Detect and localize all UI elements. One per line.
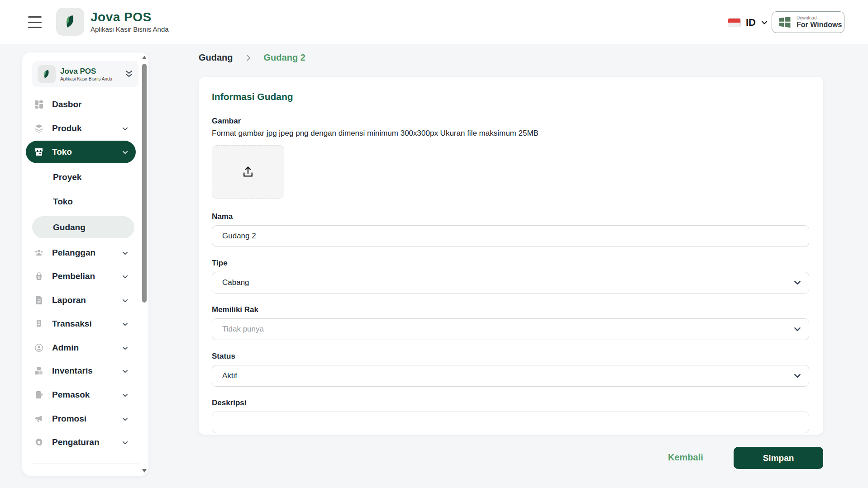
sidebar-item-label: Proyek [53,172,81,182]
tipe-selected-value: Cabang [222,278,249,287]
report-document-icon [34,296,44,305]
sidebar-brand-card: Jova POS Aplikasi Kasir Bisnis Anda [32,61,138,87]
inventory-boxes-icon [34,366,44,375]
sidebar-item-promosi[interactable]: Promosi [26,407,136,430]
sidebar-item-label: Admin [52,343,79,353]
product-layers-icon [34,124,44,133]
sidebar-item-label: Toko [52,147,72,157]
sidebar-item-label: Pembelian [52,271,95,281]
customers-icon [34,248,44,257]
supplier-clipboard-icon [34,390,44,399]
brand-tagline: Aplikasi Kasir Bisnis Anda [91,25,169,33]
windows-logo-icon [778,15,792,29]
gudang-form-card: Informasi Gudang Gambar Format gambar jp… [199,77,823,435]
purchase-bag-icon: $ [34,272,44,281]
sidebar-item-pelanggan[interactable]: Pelanggan [26,242,136,264]
gambar-label: Gambar [212,117,810,126]
breadcrumb: Gudang Gudang 2 [199,52,305,63]
status-label: Status [212,352,810,361]
gambar-hint: Format gambar jpg jpeg png dengan dimens… [212,129,810,138]
sidebar-item-label: Transaksi [52,319,92,329]
sidebar-item-label: Pelanggan [52,248,95,258]
sidebar-item-proyek[interactable]: Proyek [26,166,136,189]
sidebar-item-dasbor[interactable]: Dasbor [26,93,136,116]
scrollbar-down-arrow[interactable] [142,469,147,473]
indonesia-flag-icon [728,18,741,27]
memiliki-rak-selected-value: Tidak punya [222,325,264,334]
download-label: For Windows [796,21,842,29]
image-upload-dropzone[interactable] [212,145,284,199]
sidebar-item-label: Laporan [52,295,86,305]
settings-gear-icon [34,438,44,447]
chevron-down-icon [122,273,129,280]
tipe-select[interactable]: Cabang [212,272,809,294]
chevron-down-icon [793,325,801,336]
scrollbar-up-arrow[interactable] [142,56,147,59]
sidebar-item-label: Pengaturan [52,437,100,447]
chevron-down-icon [122,416,129,422]
sidebar-divider [32,464,138,464]
sidebar-item-label: Produk [52,123,81,133]
store-icon [34,147,44,156]
sidebar-item-label: Pemasok [52,390,90,400]
sidebar-item-gudang[interactable]: Gudang [32,216,134,238]
breadcrumb-parent[interactable]: Gudang [199,52,233,63]
sidebar-item-toko-sub[interactable]: Toko [26,190,136,213]
chevron-down-icon [761,19,768,26]
sidebar-item-label: Gudang [53,223,86,232]
chevron-down-icon [122,392,129,398]
sidebar-item-pembelian[interactable]: $ Pembelian [26,265,136,288]
breadcrumb-current[interactable]: Gudang 2 [264,52,305,63]
tipe-label: Tipe [212,259,810,268]
chevron-down-icon [122,345,129,351]
promo-megaphone-icon [34,414,44,423]
download-small-label: Download [796,15,842,20]
sidebar-item-produk[interactable]: Produk [26,117,136,140]
sidebar-brand-name: Jova POS [60,67,112,76]
sidebar-item-label: Toko [53,197,73,207]
sidebar-item-label: Promosi [52,414,86,424]
brand-name: Jova POS [91,10,169,24]
sidebar-item-label: Dasbor [52,99,81,109]
form-title: Informasi Gudang [212,91,810,102]
deskripsi-input[interactable] [212,412,809,433]
svg-text:$: $ [38,321,40,324]
sidebar-item-pengaturan[interactable]: Pengaturan [26,431,136,454]
app-brand[interactable]: Jova POS Aplikasi Kasir Bisnis Anda [56,8,169,36]
sidebar-item-toko[interactable]: Toko [26,141,136,163]
sidebar-collapse-icon[interactable] [125,70,133,79]
status-select[interactable]: Aktif [212,365,809,387]
language-selector[interactable]: ID [728,14,768,31]
chevron-down-icon [122,125,129,132]
kembali-button[interactable]: Kembali [668,452,703,463]
top-header: Jova POS Aplikasi Kasir Bisnis Anda ID D… [0,0,868,44]
jova-pos-logo-icon [56,8,84,36]
deskripsi-label: Deskripsi [212,398,810,407]
sidebar-item-pemasok[interactable]: Pemasok [26,384,136,406]
sidebar-item-inventaris[interactable]: Inventaris [26,360,136,382]
chevron-down-icon [122,439,129,446]
sidebar-item-transaksi[interactable]: $ Transaksi [26,313,136,335]
chevron-down-icon [122,368,129,374]
nama-input[interactable] [212,225,809,247]
simpan-button[interactable]: Simpan [734,447,823,469]
chevron-down-icon [793,279,801,289]
chevron-right-icon [245,54,252,62]
sidebar-item-label: Inventaris [52,366,93,376]
sidebar-item-laporan[interactable]: Laporan [26,289,136,312]
scrollbar-thumb[interactable] [142,64,147,303]
nama-label: Nama [212,212,810,221]
memiliki-rak-select[interactable]: Tidak punya [212,318,809,340]
transaction-receipt-icon: $ [34,319,44,328]
sidebar: Jova POS Aplikasi Kasir Bisnis Anda Dasb… [22,52,148,476]
chevron-down-icon [122,250,129,256]
sidebar-item-admin[interactable]: Admin [26,336,136,359]
sidebar-scrollbar [142,55,147,474]
hamburger-menu-icon[interactable] [28,16,42,28]
chevron-down-icon [122,297,129,304]
admin-user-icon [34,343,44,352]
download-for-windows-button[interactable]: Download For Windows [772,11,844,33]
chevron-down-icon [122,321,129,327]
dashboard-icon [34,100,44,109]
svg-text:$: $ [38,276,40,280]
